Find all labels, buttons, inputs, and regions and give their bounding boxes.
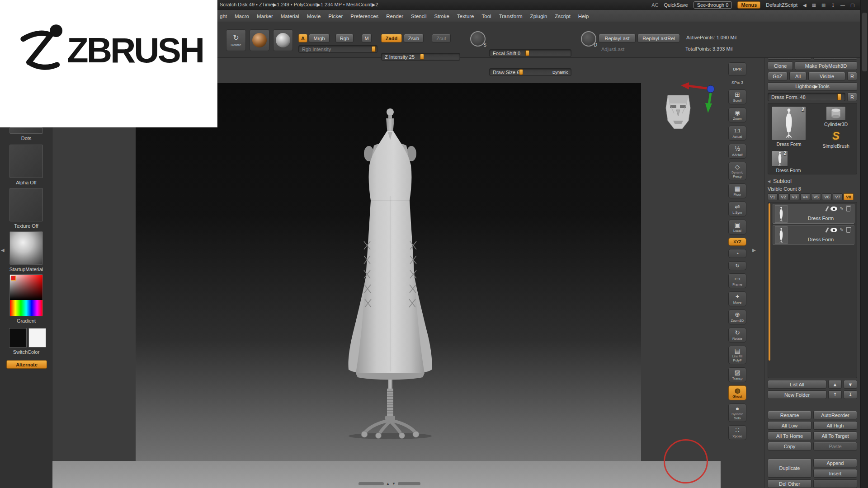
see-through-button[interactable]: See-through 0	[693, 1, 732, 9]
menu-item-picker[interactable]: Picker	[328, 14, 343, 19]
paint-icon[interactable]	[825, 227, 829, 233]
rotate-view-button[interactable]: ↻Rotate	[728, 328, 746, 343]
slider-r-button[interactable]: R	[847, 93, 857, 101]
slider-handle[interactable]	[372, 46, 376, 52]
replay-last-button[interactable]: ReplayLast	[599, 34, 636, 42]
reset-orientation-button[interactable]: ↻	[728, 261, 746, 270]
folder-up-button[interactable]: ↥	[828, 390, 842, 399]
tab-v5[interactable]: V5	[811, 193, 821, 200]
goz-visible-button[interactable]: Visible	[808, 72, 845, 80]
actual-button[interactable]: 1:1Actual	[728, 126, 746, 141]
subtool-row-active[interactable]: ✎ Dress Form	[773, 204, 854, 224]
paint-a-toggle[interactable]: A	[298, 34, 307, 42]
tab-v6[interactable]: V6	[822, 193, 832, 200]
list-all-button[interactable]: List All	[768, 380, 826, 389]
rgb-button[interactable]: Rgb	[335, 34, 354, 42]
tab-v1[interactable]: V1	[768, 193, 778, 200]
menu-item-material[interactable]: Material	[281, 14, 299, 19]
store-config-icon[interactable]: ↧	[831, 3, 835, 8]
bpr-button[interactable]: BPR	[728, 62, 746, 76]
goz-button[interactable]: GoZ	[768, 72, 788, 80]
menu-item-light-partial[interactable]: ght	[220, 14, 227, 19]
lightbox-tools-button[interactable]: Lightbox▶Tools	[768, 82, 857, 91]
density-curve-widget[interactable]: D	[581, 31, 596, 47]
rotate-tool-button[interactable]: ↻ Rotate	[226, 29, 246, 51]
all-to-target-button[interactable]: All To Target	[813, 432, 857, 440]
clone-button[interactable]: Clone	[768, 61, 793, 70]
paste-subtool-button[interactable]: Paste	[813, 442, 857, 450]
menu-item-help[interactable]: Help	[578, 14, 589, 19]
hue-strip[interactable]	[10, 300, 42, 316]
main-color-swatch[interactable]	[9, 328, 27, 347]
quicksave-button[interactable]: QuickSave	[664, 2, 688, 8]
transp-button[interactable]: ▨Transp	[728, 367, 746, 382]
menus-button[interactable]: Menus	[737, 1, 760, 9]
menu-item-movie[interactable]: Movie	[307, 14, 321, 19]
tray-collapse-left-icon[interactable]: ◀	[1, 248, 5, 253]
replay-last-rel-button[interactable]: ReplayLastRel	[637, 34, 680, 42]
tool-thumb-dress-form[interactable]: 2	[772, 106, 806, 141]
all-to-home-button[interactable]: All To Home	[768, 432, 811, 440]
append-button[interactable]: Append	[813, 459, 857, 467]
menu-item-zplugin[interactable]: Zplugin	[530, 14, 547, 19]
menu-item-macro[interactable]: Macro	[235, 14, 249, 19]
current-brush-button[interactable]	[273, 29, 293, 51]
layout-grid2-icon[interactable]: ▥	[821, 3, 826, 8]
alpha-off-thumbnail[interactable]	[9, 145, 43, 178]
scroll-down-icon[interactable]: ▼	[392, 482, 396, 486]
trash-icon[interactable]	[846, 228, 850, 233]
lsym-button[interactable]: ⇌L.Sym	[728, 202, 746, 216]
menu-item-transform[interactable]: Transform	[499, 14, 523, 19]
menu-item-stroke[interactable]: Stroke	[434, 14, 449, 19]
rgb-intensity-slider[interactable]: Rgb Intensity	[298, 45, 377, 53]
axis-gizmo[interactable]	[680, 80, 718, 114]
rename-button[interactable]: Rename	[768, 411, 811, 419]
panel-scrollbar[interactable]	[860, 0, 868, 488]
pencil-icon[interactable]: ✎	[840, 228, 844, 232]
xyz-button[interactable]: XYZ	[728, 238, 746, 246]
menu-item-render[interactable]: Render	[386, 14, 403, 19]
menu-item-stencil[interactable]: Stencil	[411, 14, 427, 19]
scrollbar-segment[interactable]	[359, 482, 384, 485]
pivot-button[interactable]: ◔	[728, 249, 746, 258]
subtool-scrollbar[interactable]	[769, 203, 770, 361]
m-button[interactable]: M	[362, 34, 372, 42]
paint-icon[interactable]	[825, 206, 829, 211]
alternate-button[interactable]: Alternate	[6, 360, 47, 369]
menu-item-marker[interactable]: Marker	[257, 14, 273, 19]
menu-item-zscript[interactable]: Zscript	[555, 14, 571, 19]
subtool-row[interactable]: ✎ Dress Form	[773, 225, 854, 245]
aahalf-button[interactable]: ½AAHalf	[728, 144, 746, 159]
xpose-button[interactable]: ∷Xpose	[728, 425, 746, 440]
current-material-button[interactable]	[250, 29, 269, 51]
focal-shift-slider[interactable]: Focal Shift 0	[489, 49, 571, 57]
zsub-button[interactable]: Zsub	[404, 34, 424, 42]
tool-thumb-simplebrush[interactable]: S	[830, 130, 842, 142]
move-button[interactable]: +Move	[728, 291, 746, 306]
tool-thumb-cylinder3d[interactable]	[826, 106, 846, 121]
frame-button[interactable]: ▭Frame	[728, 273, 746, 288]
adjust-last-button[interactable]: AdjustLast	[601, 47, 624, 52]
minimize-icon[interactable]: —	[840, 3, 845, 8]
stroke-curve-widget[interactable]: S	[470, 31, 486, 47]
scroll-button[interactable]: ⊞Scroll	[728, 89, 746, 104]
subtool-header[interactable]: ◀ Subtool	[768, 178, 857, 184]
zadd-button[interactable]: Zadd	[381, 34, 402, 42]
startup-material-thumbnail[interactable]	[9, 231, 43, 265]
subtool-up-button[interactable]: ▲	[828, 380, 842, 389]
zoom3d-button[interactable]: ⊕Zoom3D	[728, 310, 746, 324]
zcut-button[interactable]: Zcut	[432, 34, 451, 42]
ghost-button[interactable]: ◍Ghost	[728, 385, 746, 400]
horizontal-scrollbar[interactable]: ▲ ▼	[359, 482, 420, 486]
insert-button[interactable]: Insert	[813, 469, 857, 478]
local-button[interactable]: ▣Local	[728, 220, 746, 235]
secondary-color-swatch[interactable]	[28, 328, 46, 347]
subtool-down-button[interactable]: ▼	[844, 380, 857, 389]
tab-v7[interactable]: V7	[833, 193, 843, 200]
tab-v4[interactable]: V4	[800, 193, 810, 200]
tool-thumb-dress-form-2[interactable]: 2	[772, 150, 788, 167]
del-other-button[interactable]: Del Other	[768, 479, 811, 488]
tab-v3[interactable]: V3	[789, 193, 799, 200]
all-high-button[interactable]: All High	[813, 421, 857, 430]
new-folder-button[interactable]: New Folder	[768, 390, 826, 399]
